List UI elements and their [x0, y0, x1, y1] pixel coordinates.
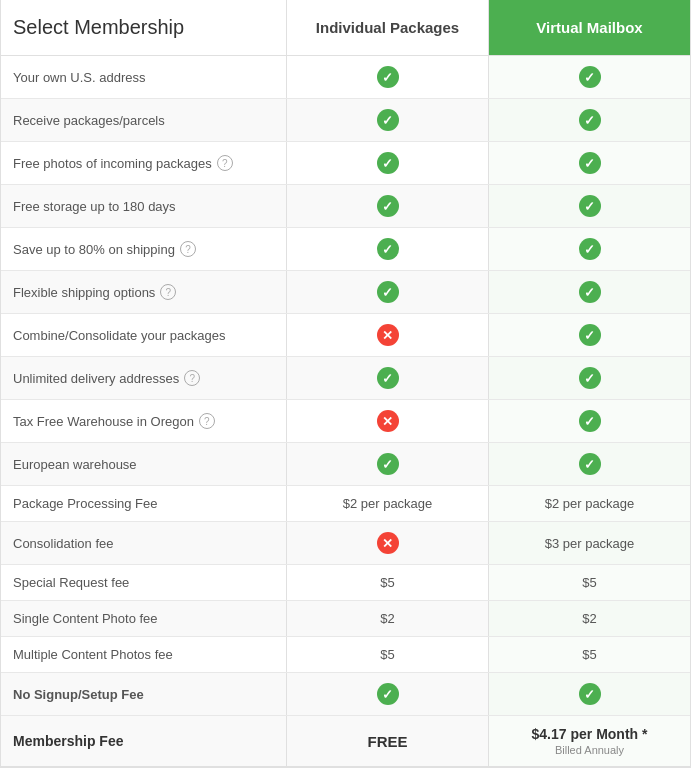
table-row: Combine/Consolidate your packages	[1, 314, 690, 357]
individual-cell	[286, 271, 488, 313]
individual-cell	[286, 185, 488, 227]
table-row: Free storage up to 180 days	[1, 185, 690, 228]
table-row: Unlimited delivery addresses?	[1, 357, 690, 400]
feature-cell: Receive packages/parcels	[1, 99, 286, 141]
help-icon[interactable]: ?	[217, 155, 233, 171]
check-icon	[579, 238, 601, 260]
virtual-cell: $3 per package	[488, 522, 690, 564]
feature-cell: Consolidation fee	[1, 522, 286, 564]
feature-column-header: Select Membership	[1, 0, 286, 55]
virtual-cell	[488, 673, 690, 715]
virtual-cell	[488, 357, 690, 399]
help-icon[interactable]: ?	[160, 284, 176, 300]
membership-fee-label: Membership Fee	[1, 716, 286, 766]
feature-cell: European warehouse	[1, 443, 286, 485]
feature-cell: Combine/Consolidate your packages	[1, 314, 286, 356]
check-icon	[579, 152, 601, 174]
individual-cell	[286, 99, 488, 141]
table-row: European warehouse	[1, 443, 690, 486]
check-icon	[579, 410, 601, 432]
feature-cell: Multiple Content Photos fee	[1, 637, 286, 672]
table-header: Select Membership Individual Packages Vi…	[1, 0, 690, 56]
check-icon	[579, 367, 601, 389]
individual-cell: $5	[286, 637, 488, 672]
check-icon	[377, 152, 399, 174]
comparison-table: Select Membership Individual Packages Vi…	[0, 0, 691, 768]
table-row: Receive packages/parcels	[1, 99, 690, 142]
individual-cell: $5	[286, 565, 488, 600]
virtual-cell	[488, 443, 690, 485]
table-row: Tax Free Warehouse in Oregon?	[1, 400, 690, 443]
table-row: Single Content Photo fee$2$2	[1, 601, 690, 637]
table-row: Multiple Content Photos fee$5$5	[1, 637, 690, 673]
feature-cell: Free photos of incoming packages?	[1, 142, 286, 184]
cross-icon	[377, 532, 399, 554]
table-row: No Signup/Setup Fee	[1, 673, 690, 716]
feature-cell: Single Content Photo fee	[1, 601, 286, 636]
table-row: Special Request fee$5$5	[1, 565, 690, 601]
individual-cell	[286, 400, 488, 442]
virtual-column-header: Virtual Mailbox	[488, 0, 690, 55]
individual-cell	[286, 357, 488, 399]
virtual-cell	[488, 271, 690, 313]
virtual-cell: $2 per package	[488, 486, 690, 521]
individual-cell	[286, 673, 488, 715]
table-row: Free photos of incoming packages?	[1, 142, 690, 185]
virtual-cell: $5	[488, 565, 690, 600]
help-icon[interactable]: ?	[199, 413, 215, 429]
membership-fee-individual: FREE	[286, 716, 488, 766]
check-icon	[579, 281, 601, 303]
feature-cell: Package Processing Fee	[1, 486, 286, 521]
check-icon	[579, 453, 601, 475]
select-membership-title: Select Membership	[13, 16, 184, 39]
check-icon	[377, 66, 399, 88]
check-icon	[579, 109, 601, 131]
check-icon	[377, 195, 399, 217]
table-row: Save up to 80% on shipping?	[1, 228, 690, 271]
check-icon	[377, 109, 399, 131]
individual-cell	[286, 56, 488, 98]
table-row: Your own U.S. address	[1, 56, 690, 99]
individual-cell	[286, 314, 488, 356]
individual-cell	[286, 228, 488, 270]
check-icon	[377, 453, 399, 475]
table-row: Flexible shipping options?	[1, 271, 690, 314]
virtual-cell	[488, 228, 690, 270]
feature-cell: Save up to 80% on shipping?	[1, 228, 286, 270]
membership-fee-row: Membership Fee FREE $4.17 per Month * Bi…	[1, 716, 690, 767]
virtual-cell	[488, 314, 690, 356]
table-row: Consolidation fee$3 per package	[1, 522, 690, 565]
table-row: Package Processing Fee$2 per package$2 p…	[1, 486, 690, 522]
help-icon[interactable]: ?	[180, 241, 196, 257]
individual-cell: $2 per package	[286, 486, 488, 521]
cross-icon	[377, 324, 399, 346]
feature-cell: Unlimited delivery addresses?	[1, 357, 286, 399]
check-icon	[579, 683, 601, 705]
virtual-cell: $5	[488, 637, 690, 672]
cross-icon	[377, 410, 399, 432]
feature-cell: Flexible shipping options?	[1, 271, 286, 313]
virtual-cell	[488, 99, 690, 141]
feature-cell: Your own U.S. address	[1, 56, 286, 98]
individual-col-label: Individual Packages	[316, 19, 459, 36]
feature-cell: Free storage up to 180 days	[1, 185, 286, 227]
help-icon[interactable]: ?	[184, 370, 200, 386]
feature-rows: Your own U.S. addressReceive packages/pa…	[1, 56, 690, 716]
virtual-cell	[488, 400, 690, 442]
check-icon	[377, 281, 399, 303]
individual-cell	[286, 522, 488, 564]
individual-cell	[286, 443, 488, 485]
virtual-cell: $2	[488, 601, 690, 636]
individual-cell: $2	[286, 601, 488, 636]
virtual-cell	[488, 142, 690, 184]
check-icon	[377, 367, 399, 389]
check-icon	[377, 683, 399, 705]
check-icon	[579, 195, 601, 217]
virtual-col-label: Virtual Mailbox	[536, 19, 642, 36]
individual-cell	[286, 142, 488, 184]
virtual-cell	[488, 56, 690, 98]
check-icon	[377, 238, 399, 260]
membership-fee-virtual: $4.17 per Month * Billed Annualy	[488, 716, 690, 766]
feature-cell: Tax Free Warehouse in Oregon?	[1, 400, 286, 442]
feature-cell: Special Request fee	[1, 565, 286, 600]
